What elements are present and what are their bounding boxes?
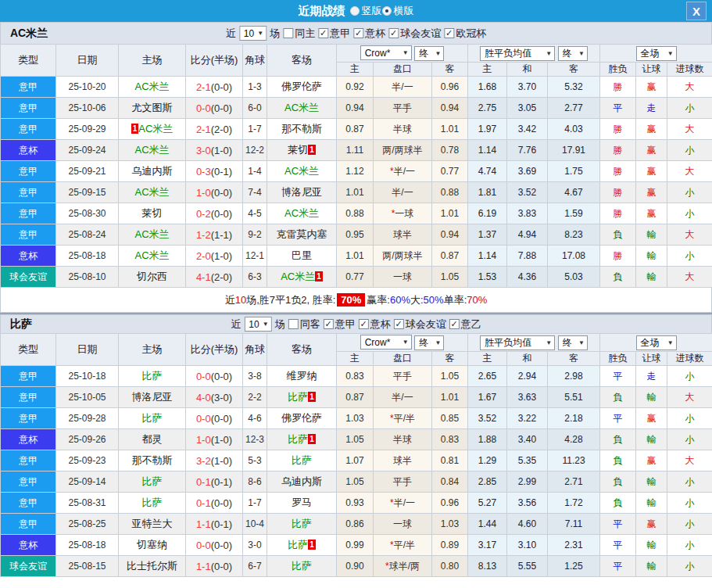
away-team[interactable]: 比萨1 (288, 391, 316, 403)
filter-checkbox-2[interactable]: ✓意杯 (353, 27, 385, 41)
filter-checkbox-0[interactable]: 同主 (283, 27, 315, 41)
away-cell: 巴里 (267, 246, 337, 267)
layout-radio-1[interactable]: 横版 (382, 4, 414, 18)
filter-checkbox-4[interactable]: ✓欧冠杯 (444, 27, 486, 41)
away-team[interactable]: 比萨 (292, 454, 312, 466)
date-cell: 25-10-18 (56, 366, 119, 387)
home-team[interactable]: 比萨 (142, 370, 163, 382)
away-team[interactable]: 博洛尼亚 (281, 186, 322, 198)
home-team-text: AC米兰 (134, 144, 169, 156)
filter-checkbox-1[interactable]: ✓意甲 (318, 27, 350, 41)
home-team-text: 乌迪内斯 (132, 165, 173, 177)
home-team[interactable]: AC米兰 (134, 186, 169, 198)
away-team[interactable]: 维罗纳 (287, 370, 317, 382)
away-team[interactable]: 克雷莫内塞 (277, 228, 327, 240)
handicap-result-cell: 輸 (636, 535, 667, 556)
final-dropdown[interactable]: 终▼ (414, 46, 444, 61)
checked-icon: ✓ (388, 28, 399, 38)
filter-checkbox-0[interactable]: 同客 (288, 317, 320, 332)
away-team-text: 莱切 (288, 144, 308, 156)
filter-checkbox-3[interactable]: ✓球会友谊 (388, 27, 441, 41)
home-team[interactable]: 切尔西 (137, 271, 167, 282)
away-team[interactable]: 比萨 (292, 560, 312, 572)
section-team-name: 比萨 (1, 317, 32, 332)
league-cell: 意甲 (1, 471, 56, 493)
away-team[interactable]: AC米兰 (284, 165, 319, 177)
home-team[interactable]: 博洛尼亚 (132, 391, 173, 403)
close-button[interactable]: X (686, 2, 707, 20)
away-team[interactable]: 比萨1 (288, 539, 316, 550)
date-cell: 25-08-24 (56, 224, 119, 246)
home-team[interactable]: AC米兰 (134, 228, 169, 240)
sub-header-4: 和 (507, 352, 548, 366)
home-team[interactable]: 乌迪内斯 (132, 165, 173, 177)
match-count-dropdown[interactable]: 10▼ (239, 26, 267, 41)
wdl-result-cell: 負 (600, 224, 636, 246)
home-team[interactable]: AC米兰 (134, 81, 169, 92)
chevron-down-icon: ▼ (667, 339, 674, 346)
away-team[interactable]: AC米兰 (284, 207, 319, 219)
crow-odds-cell: 1.12 (337, 161, 374, 182)
goals-result-cell: 大 (667, 161, 712, 182)
wdl-result-cell: 勝 (600, 182, 636, 203)
away-cell: 佛罗伦萨 (267, 408, 337, 429)
wdl-result-cell: 負 (600, 493, 636, 514)
home-team[interactable]: 比萨 (142, 412, 163, 424)
away-team[interactable]: 莱切1 (288, 144, 316, 156)
home-cell: AC米兰 (119, 77, 186, 98)
filter-checkbox-1[interactable]: ✓意甲 (324, 317, 356, 332)
home-team[interactable]: 1AC米兰 (131, 123, 174, 134)
away-team[interactable]: 罗马 (292, 497, 312, 508)
away-team[interactable]: 比萨1 (288, 433, 316, 445)
handicap-result-cell: 走 (636, 366, 667, 387)
filter-checkbox-4-label: 欧冠杯 (456, 27, 486, 41)
crow-odds-cell: 0.83 (337, 366, 374, 387)
home-team[interactable]: AC米兰 (134, 144, 169, 156)
final-dropdown[interactable]: 终▼ (414, 335, 444, 350)
home-team[interactable]: 比萨 (142, 475, 163, 487)
away-team[interactable]: 比萨 (292, 518, 312, 529)
home-team[interactable]: 莱切 (142, 207, 163, 219)
away-team[interactable]: 乌迪内斯 (281, 475, 322, 487)
final-dropdown-2[interactable]: 终▼ (558, 335, 588, 350)
home-team[interactable]: AC米兰 (134, 249, 169, 261)
corner-cell: 3-8 (243, 366, 267, 387)
crow-odds-cell: 0.93 (337, 493, 374, 514)
bookmaker-dropdown[interactable]: Crow*▼ (360, 335, 412, 350)
avg-odds-dropdown[interactable]: 胜平负均值▼ (480, 46, 555, 61)
filter-checkbox-4[interactable]: ✓意乙 (449, 317, 481, 332)
away-team[interactable]: 佛罗伦萨 (281, 412, 322, 424)
scope-dropdown[interactable]: 全场▼ (636, 335, 677, 350)
home-team[interactable]: 亚特兰大 (132, 518, 173, 529)
halftime-score: (1-0) (211, 145, 232, 156)
avg-odds-cell: 2.31 (548, 535, 600, 556)
home-team[interactable]: 比士托尔斯 (127, 560, 177, 572)
filter-checkbox-3[interactable]: ✓球会友谊 (394, 317, 446, 332)
handicap-text: 平/半 (394, 540, 415, 550)
home-team[interactable]: 都灵 (142, 433, 163, 445)
bookmaker-dropdown[interactable]: Crow*▼ (360, 45, 412, 60)
home-team[interactable]: 比萨 (142, 497, 163, 508)
away-team[interactable]: 巴里 (292, 249, 312, 261)
final-dropdown-2[interactable]: 终▼ (558, 46, 588, 61)
filter-checkbox-2[interactable]: ✓意杯 (359, 317, 391, 332)
sub-header-8: 进球数 (667, 352, 712, 366)
away-team[interactable]: AC米兰1 (281, 271, 323, 282)
scope-dropdown[interactable]: 全场▼ (636, 46, 677, 61)
avg-odds-dropdown[interactable]: 胜平负均值▼ (480, 335, 555, 350)
home-team[interactable]: 那不勒斯 (132, 454, 173, 466)
fulltime-score: 1-1 (196, 561, 211, 572)
home-team[interactable]: 尤文图斯 (132, 102, 173, 113)
avg-odds-cell: 2.77 (548, 98, 600, 119)
away-team-text: 巴里 (292, 249, 312, 261)
section-team-name: AC米兰 (1, 27, 48, 41)
home-team[interactable]: 切塞纳 (137, 539, 167, 550)
crow-odds-cell: 0.80 (432, 556, 468, 577)
wdl-result-cell: 平 (600, 408, 636, 429)
match-count-dropdown[interactable]: 10▼ (244, 317, 271, 332)
away-team[interactable]: AC米兰 (284, 102, 319, 113)
layout-radio-0[interactable]: 竖版 (350, 4, 382, 18)
away-team[interactable]: 佛罗伦萨 (281, 81, 322, 92)
avg-odds-cell: 2.75 (468, 98, 507, 119)
away-team[interactable]: 那不勒斯 (281, 123, 322, 134)
